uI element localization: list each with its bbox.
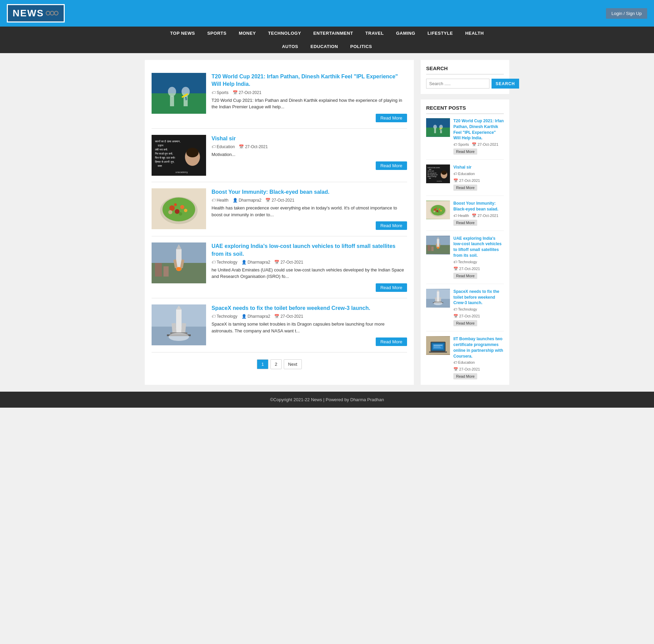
svg-point-80 xyxy=(436,207,437,209)
svg-text:unacademy: unacademy xyxy=(437,180,442,182)
search-input[interactable] xyxy=(426,79,489,89)
nav-item-lifestyle[interactable]: LIFESTYLE xyxy=(421,27,459,40)
svg-text:लंबी भरा करो.: लंबी भरा करो. xyxy=(427,171,434,172)
recent-post-title[interactable]: IIT Bombay launches two certificate prog… xyxy=(453,336,504,359)
search-button[interactable]: SEARCH xyxy=(492,79,519,89)
recent-post-item: 5 T20 World Cup 2021: Irfan Pathan, Dine… xyxy=(426,118,504,160)
recent-post-title[interactable]: UAE exploring India's low-cost launch ve… xyxy=(453,236,504,258)
article-title[interactable]: Boost Your Immunity: Black-eyed bean sal… xyxy=(212,188,407,196)
user-icon: 👤 xyxy=(233,198,238,203)
logo-abc xyxy=(45,8,59,18)
read-more-button[interactable]: Read More xyxy=(376,161,407,170)
recent-post-title[interactable]: SpaceX needs to fix the toilet before we… xyxy=(453,289,504,306)
nav-item-sports[interactable]: SPORTS xyxy=(201,27,232,40)
article-excerpt: he United Arab Emirates (UAE) could use … xyxy=(212,267,407,280)
article-title[interactable]: T20 World Cup 2021: Irfan Pathan, Dinesh… xyxy=(212,73,407,88)
calendar-icon: 📅 xyxy=(233,90,238,95)
nav-item-travel[interactable]: TRAVEL xyxy=(359,27,390,40)
read-more-button[interactable]: Read More xyxy=(376,337,407,346)
article-tag: 🏷 Technology xyxy=(212,260,237,265)
svg-point-77 xyxy=(440,210,442,211)
read-more-button[interactable]: Read More xyxy=(376,221,407,230)
recent-read-more-button[interactable]: Read More xyxy=(453,148,477,155)
recent-tag: 🏷 Health xyxy=(453,214,469,218)
recent-tag: 🏷 Education xyxy=(453,172,475,176)
recent-post-item: IIT Bombay launches two certificate prog… xyxy=(426,336,504,379)
logo-news-text: NEWS xyxy=(13,8,44,19)
svg-point-26 xyxy=(169,205,175,211)
calendar-icon: 📅 xyxy=(239,144,244,149)
article-title[interactable]: Vishal sir xyxy=(212,135,407,142)
recent-read-more-button[interactable]: Read More xyxy=(453,220,477,226)
recent-post-image xyxy=(426,201,450,219)
read-more-button[interactable]: Read More xyxy=(376,114,407,122)
svg-rect-4 xyxy=(152,93,206,114)
article-card: SpaceX needs to fix the toilet before we… xyxy=(152,298,407,352)
svg-rect-52 xyxy=(426,128,450,137)
recent-post-title[interactable]: Vishal sir xyxy=(453,164,504,170)
tag-icon: 🏷 xyxy=(212,90,216,95)
article-title[interactable]: SpaceX needs to fix the toilet before we… xyxy=(212,304,407,312)
nav-row-1: TOP NEWSSPORTSMONEYTECHNOLOGYENTERTAINME… xyxy=(0,27,654,40)
nav-item-top-news[interactable]: TOP NEWS xyxy=(164,27,201,40)
svg-point-32 xyxy=(174,203,177,206)
svg-point-21 xyxy=(188,159,197,165)
login-button[interactable]: Login / Sign Up xyxy=(606,8,647,19)
read-more-container: Read More xyxy=(212,221,407,230)
nav-item-autos[interactable]: AUTOS xyxy=(276,40,305,53)
article-image xyxy=(152,188,206,229)
page-button-1[interactable]: 1 xyxy=(257,359,268,369)
recent-read-more-button[interactable]: Read More xyxy=(453,373,477,379)
svg-point-78 xyxy=(433,210,435,212)
recent-read-more-button[interactable]: Read More xyxy=(453,273,477,279)
recent-read-more-button[interactable]: Read More xyxy=(453,185,477,191)
article-image xyxy=(152,304,206,345)
nav-item-health[interactable]: HEALTH xyxy=(459,27,490,40)
nav-item-education[interactable]: EDUCATION xyxy=(305,40,344,53)
nav-item-entertainment[interactable]: ENTERTAINMENT xyxy=(307,27,359,40)
nav-item-gaming[interactable]: GAMING xyxy=(390,27,421,40)
article-meta: 🏷 Technology👤 Dharmapra2📅 27-Oct-2021 xyxy=(212,314,407,319)
nav-item-money[interactable]: MONEY xyxy=(233,27,262,40)
tag-icon: 🏷 xyxy=(212,144,216,149)
svg-point-1 xyxy=(50,11,54,15)
page-button-2[interactable]: 2 xyxy=(270,359,282,369)
svg-point-68 xyxy=(441,171,447,175)
nav-row-2: AUTOSEDUCATIONPOLITICS xyxy=(0,40,654,53)
recent-read-more-button[interactable]: Read More xyxy=(453,320,477,326)
svg-point-31 xyxy=(179,212,182,216)
article-body: Vishal sir🏷 Education📅 27-Oct-2021Motiva… xyxy=(212,135,407,176)
recent-post-body: T20 World Cup 2021: Irfan Pathan, Dinesh… xyxy=(453,118,504,155)
read-more-container: Read More xyxy=(212,161,407,170)
recent-post-body: SpaceX needs to fix the toilet before we… xyxy=(453,289,504,326)
article-body: SpaceX needs to fix the toilet before we… xyxy=(212,304,407,346)
article-title[interactable]: UAE exploring India's low-cost launch ve… xyxy=(212,242,407,258)
svg-text:वक्त: वक्त xyxy=(429,178,431,179)
svg-rect-41 xyxy=(164,266,169,277)
nav-item-technology[interactable]: TECHNOLOGY xyxy=(262,27,307,40)
read-more-container: Read More xyxy=(212,114,407,122)
search-box: SEARCH SEARCH xyxy=(421,60,509,94)
recent-posts-title: RECENT POSTS xyxy=(426,105,504,114)
recent-posts-box: RECENT POSTS 5 T20 World Cup 2021: Irfan… xyxy=(421,99,509,385)
nav-item-politics[interactable]: POLITICS xyxy=(344,40,378,53)
svg-rect-106 xyxy=(429,351,447,353)
article-date: 📅 27-Oct-2021 xyxy=(274,260,303,265)
article-tag: 🏷 Education xyxy=(212,144,235,149)
svg-point-25 xyxy=(162,198,195,221)
read-more-button[interactable]: Read More xyxy=(376,283,407,292)
recent-post-title[interactable]: Boost Your Immunity: Black-eyed bean sal… xyxy=(453,201,504,212)
article-image: सपनों का है ऊंचा आसमान, उड़ान लंबी भरा क… xyxy=(152,135,206,176)
svg-rect-89 xyxy=(431,246,434,251)
svg-point-74 xyxy=(434,208,436,211)
article-date: 📅 27-Oct-2021 xyxy=(233,90,262,95)
article-excerpt: Motivation... xyxy=(212,151,407,158)
next-page-button[interactable]: Next xyxy=(284,359,302,369)
recent-post-title[interactable]: T20 World Cup 2021: Irfan Pathan, Dinesh… xyxy=(453,118,504,141)
read-more-container: Read More xyxy=(212,283,407,292)
article-author: 👤 Dharmapra2 xyxy=(242,260,270,265)
svg-text:गिर जाओ तुम करो,: गिर जाओ तुम करो, xyxy=(155,152,173,156)
svg-point-79 xyxy=(438,211,439,213)
svg-point-5 xyxy=(168,87,176,96)
calendar-icon: 📅 xyxy=(274,314,279,319)
